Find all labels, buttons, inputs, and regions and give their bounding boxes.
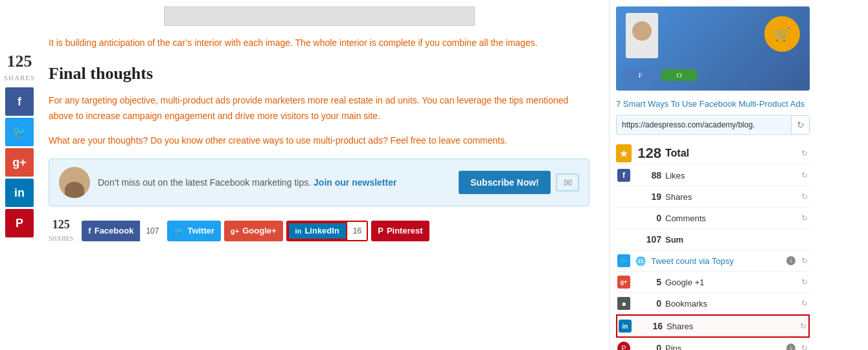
total-icon-cell: ★ [616, 146, 632, 161]
share-googleplus-pill[interactable]: g+ Google+ [224, 221, 283, 241]
total-label: Total [665, 148, 795, 159]
card-label-o: O [661, 69, 697, 81]
bookmarks-icon: ■ [617, 297, 630, 310]
topsy-icon-cell: 🐦 [616, 253, 632, 268]
share-facebook-pill[interactable]: f Facebook 107 [82, 221, 164, 241]
comments-label: Comments [665, 213, 795, 223]
share-pinterest-pill[interactable]: P Pinterest [371, 221, 429, 241]
likes-number: 88 [635, 170, 661, 180]
email-icon[interactable]: ✉ [556, 173, 579, 191]
pinterest-icon: P [378, 226, 383, 235]
sidebar-twitter-button[interactable]: 🐦 [5, 118, 34, 146]
sum-number: 107 [635, 234, 661, 245]
url-refresh-button[interactable]: ↻ [791, 116, 809, 134]
article-intro: It is building anticipation of the car’s… [49, 36, 589, 51]
stats-section: ★ 128 Total ↻ f 88 Likes ↻ 19 Shares ↻ 0… [616, 142, 810, 350]
facebook-icon: f [88, 226, 91, 235]
fb-shares-label: Shares [665, 192, 795, 202]
gplus-number: 5 [635, 277, 661, 287]
pins-icon-cell: P [616, 340, 632, 350]
subscribe-button[interactable]: Subscribe Now! [459, 171, 551, 194]
article-body-1: For any targeting objective, multi-produ… [49, 93, 589, 124]
bookmarks-number: 0 [635, 298, 661, 309]
newsletter-box: Don’t miss out on the latest Facebook ma… [49, 159, 589, 206]
left-sidebar: 125 SHARES f 🐦 g+ in P [0, 0, 39, 350]
sidebar-pinterest-button[interactable]: P [5, 209, 34, 237]
total-number: 128 [635, 145, 661, 162]
url-bar: ↻ [616, 115, 810, 135]
topsy-label: Tweet count via Topsy [651, 256, 781, 266]
linkedin-row: in 16 Shares ↻ [616, 314, 810, 338]
top-image-placeholder [164, 6, 475, 26]
linkedin-number: 16 [637, 321, 663, 331]
sum-label: Sum [665, 235, 810, 245]
sidebar-facebook-button[interactable]: f [5, 87, 34, 116]
panel-title: 7 Smart Ways To Use Facebook Multi-Produ… [616, 98, 810, 110]
world-icon: 🌐 [635, 256, 646, 266]
gplus-refresh-button[interactable]: ↻ [799, 277, 810, 287]
pins-info-icon[interactable]: i [786, 344, 795, 350]
card-label-f: F [622, 69, 658, 81]
star-icon: ★ [616, 144, 632, 162]
comments-refresh-button[interactable]: ↻ [799, 213, 810, 223]
article-card: 🛒 F O [616, 6, 810, 91]
pins-refresh-button[interactable]: ↻ [799, 343, 810, 350]
total-refresh-button[interactable]: ↻ [799, 148, 810, 159]
linkedin-icon-cell: in [617, 318, 633, 334]
sidebar-googleplus-button[interactable]: g+ [5, 148, 34, 177]
linkedin-icon: in [295, 227, 302, 235]
share-row-count: 125 SHARES [49, 218, 73, 243]
gplus-label: Google +1 [665, 278, 795, 287]
card-figure [626, 13, 658, 58]
url-input[interactable] [617, 117, 791, 133]
newsletter-text: Don’t miss out on the latest Facebook ma… [98, 177, 451, 188]
sidebar-count-label: SHARES [4, 74, 35, 82]
topsy-info-icon[interactable]: i [786, 256, 795, 265]
fb-shares-refresh-button[interactable]: ↻ [799, 191, 810, 202]
likes-icon-cell: f [616, 168, 632, 183]
likes-refresh-button[interactable]: ↻ [799, 170, 810, 180]
sum-row: 107 Sum [616, 229, 810, 250]
googleplus-icon: g+ [231, 227, 239, 235]
bookmarks-label: Bookmarks [665, 299, 795, 309]
article-body-2: What are your thoughts? Do you know othe… [49, 133, 589, 149]
gplus-icon-cell: g+ [616, 274, 632, 290]
avatar [59, 167, 90, 198]
linkedin-refresh-button[interactable]: ↻ [798, 321, 808, 331]
sidebar-count-number: 125 [4, 52, 35, 71]
share-linkedin-pill[interactable]: in LinkedIn 16 [286, 221, 369, 241]
twitter-icon: 🐦 [617, 254, 630, 267]
bookmarks-icon-cell: ■ [616, 296, 632, 311]
section-heading: Final thoughts [49, 64, 589, 83]
linkedin-shares-label: Shares [667, 322, 794, 331]
topsy-refresh-button[interactable]: ↻ [799, 256, 810, 266]
newsletter-link[interactable]: Join our newsletter [314, 177, 396, 188]
card-circle: 🛒 [764, 16, 800, 52]
gplus-row: g+ 5 Google +1 ↻ [616, 272, 810, 293]
fb-shares-row: 19 Shares ↻ [616, 186, 810, 208]
pinterest-icon: P [617, 342, 630, 350]
total-row: ★ 128 Total ↻ [616, 142, 810, 165]
sidebar-share-count: 125 SHARES [4, 52, 35, 83]
fb-shares-number: 19 [635, 191, 661, 202]
likes-row: f 88 Likes ↻ [616, 165, 810, 186]
comments-icon-cell [616, 210, 632, 226]
main-content: It is building anticipation of the car’s… [39, 0, 609, 350]
likes-label: Likes [665, 171, 795, 180]
share-twitter-pill[interactable]: 🐦 Twitter [167, 221, 221, 241]
pins-row: P 0 Pins i ↻ [616, 338, 810, 350]
bookmarks-row: ■ 0 Bookmarks ↻ [616, 293, 810, 314]
facebook-icon: f [617, 169, 630, 182]
newsletter-right: Subscribe Now! ✉ [459, 171, 579, 194]
sidebar-linkedin-button[interactable]: in [5, 179, 34, 207]
fb-shares-icon-cell [616, 189, 632, 204]
comments-number: 0 [635, 213, 661, 223]
pins-number: 0 [635, 343, 661, 350]
twitter-icon: 🐦 [174, 226, 184, 235]
googleplus-icon: g+ [617, 276, 630, 289]
sum-icon-cell [616, 232, 632, 247]
share-row: 125 SHARES f Facebook 107 🐦 Twitter g+ G… [49, 218, 589, 243]
pins-label: Pins [665, 344, 781, 350]
bookmarks-refresh-button[interactable]: ↻ [799, 298, 810, 309]
right-panel: 🛒 F O 7 Smart Ways To Use Facebook Multi… [609, 0, 816, 350]
